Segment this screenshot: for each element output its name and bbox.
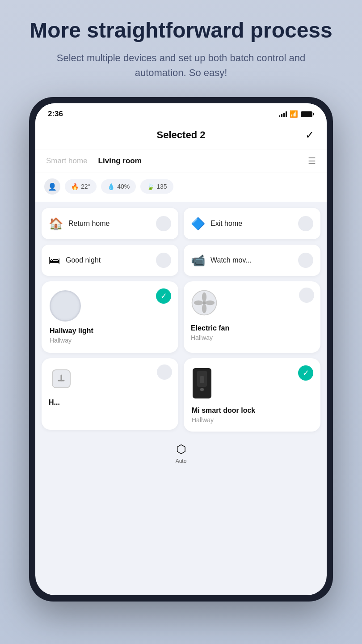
exit-home-label: Exit home	[210, 220, 293, 228]
temp-value: 22°	[81, 183, 90, 190]
good-night-label: Good night	[66, 256, 151, 264]
signal-icon	[279, 111, 287, 117]
battery-icon	[301, 111, 314, 117]
return-home-label: Return home	[68, 220, 151, 228]
auto-nav-item[interactable]: ⬡ Auto	[42, 438, 320, 469]
svg-point-5	[194, 301, 203, 305]
app-header: Selected 2 ✓	[35, 122, 327, 149]
air-pill: 🍃 135	[140, 179, 173, 194]
return-home-toggle[interactable]	[156, 216, 171, 231]
svg-point-11	[200, 388, 204, 391]
socket-icon	[49, 366, 74, 391]
fan-icon	[191, 289, 218, 316]
status-time: 2:36	[48, 110, 63, 119]
menu-icon[interactable]: ☰	[308, 156, 316, 166]
hero-title: More straightforward process	[29, 18, 332, 42]
tab-living-room[interactable]: Living room	[98, 157, 142, 165]
door-lock-selected-badge: ✓	[298, 365, 313, 381]
confirm-button[interactable]: ✓	[305, 129, 314, 141]
light-icon	[50, 290, 81, 322]
status-icons: 📶	[279, 110, 314, 118]
socket-name: H...	[49, 398, 171, 407]
electric-fan-location: Hallway	[191, 334, 313, 341]
person-pill: 👤	[44, 178, 60, 195]
humidity-pill: 💧 40%	[101, 179, 136, 194]
exit-home-icon: 🔷	[191, 217, 205, 231]
scene-grid: 🏠 Return home 🔷 Exit home 🛏 Good night 📹	[42, 208, 320, 276]
phone-screen: 2:36 📶 Selected 2 ✓ Smart	[35, 103, 327, 595]
device-grid: Hallway light Hallway ✓ Elect	[42, 281, 320, 432]
electric-fan-toggle[interactable]	[299, 288, 314, 303]
door-lock-icon	[192, 367, 212, 399]
auto-icon: ⬡	[176, 442, 186, 456]
temperature-pill: 🔥 22°	[65, 179, 97, 194]
info-row: 👤 🔥 22° 💧 40% 🍃 135	[35, 173, 327, 202]
svg-point-2	[202, 292, 206, 302]
svg-rect-12	[200, 376, 204, 383]
return-home-icon: 🏠	[49, 217, 63, 231]
device-door-lock[interactable]: Mi smart door lock Hallway ✓	[184, 358, 320, 432]
auto-label: Auto	[176, 458, 187, 464]
phone-shell: 2:36 📶 Selected 2 ✓ Smart	[29, 97, 333, 602]
scene-watch-movie[interactable]: 📹 Watch mov...	[184, 245, 320, 276]
hallway-light-selected-badge: ✓	[156, 288, 171, 304]
svg-point-4	[202, 304, 206, 314]
tab-smart-home[interactable]: Smart home	[46, 157, 88, 165]
humidity-icon: 💧	[107, 183, 115, 190]
door-lock-name: Mi smart door lock	[192, 407, 312, 415]
watch-movie-icon: 📹	[191, 254, 205, 267]
status-bar: 2:36 📶	[35, 103, 327, 122]
tab-bar: Smart home Living room ☰	[35, 149, 327, 173]
temp-icon: 🔥	[71, 183, 79, 190]
hallway-light-location: Hallway	[50, 337, 170, 344]
scene-return-home[interactable]: 🏠 Return home	[42, 208, 178, 239]
socket-toggle[interactable]	[157, 364, 172, 380]
watch-movie-label: Watch mov...	[210, 256, 293, 264]
air-value: 135	[156, 183, 167, 190]
svg-point-3	[206, 301, 215, 305]
door-lock-location: Hallway	[192, 416, 312, 424]
device-electric-fan[interactable]: Electric fan Hallway	[184, 281, 320, 353]
watch-movie-toggle[interactable]	[298, 253, 313, 268]
header-title: Selected 2	[157, 129, 206, 141]
good-night-icon: 🛏	[49, 254, 60, 267]
content-area: 🏠 Return home 🔷 Exit home 🛏 Good night 📹	[35, 202, 327, 478]
scene-exit-home[interactable]: 🔷 Exit home	[184, 208, 320, 239]
hallway-light-name: Hallway light	[50, 327, 170, 335]
scene-good-night[interactable]: 🛏 Good night	[42, 245, 178, 276]
exit-home-toggle[interactable]	[298, 216, 313, 231]
device-socket[interactable]: H...	[42, 358, 178, 430]
humidity-value: 40%	[117, 183, 130, 190]
electric-fan-name: Electric fan	[191, 324, 313, 332]
hero-subtitle: Select multiple devices and set up both …	[42, 51, 320, 80]
device-hallway-light[interactable]: Hallway light Hallway ✓	[42, 281, 178, 353]
wifi-icon: 📶	[290, 110, 298, 118]
good-night-toggle[interactable]	[156, 253, 171, 268]
air-icon: 🍃	[147, 183, 154, 190]
